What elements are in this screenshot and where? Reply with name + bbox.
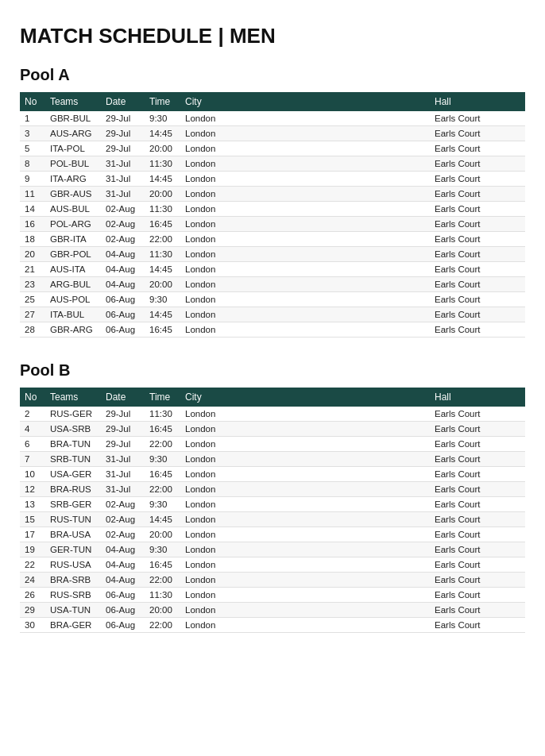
- cell-city: London: [180, 542, 307, 557]
- cell-city: London: [180, 156, 307, 172]
- cell-hall: Earls Court: [430, 307, 525, 322]
- cell-no: 22: [20, 557, 45, 573]
- cell-hall: Earls Court: [430, 618, 525, 633]
- cell-date: 06-Aug: [101, 322, 145, 338]
- cell-city: London: [180, 618, 307, 633]
- cell-city: London: [180, 172, 307, 187]
- header-hall: Hall: [430, 92, 525, 111]
- cell-city: London: [180, 187, 307, 202]
- cell-no: 8: [20, 156, 45, 172]
- cell-time: 22:00: [145, 573, 180, 588]
- cell-time: 11:30: [145, 247, 180, 262]
- cell-no: 1: [20, 111, 45, 126]
- cell-spacer: [307, 527, 430, 542]
- cell-city: London: [180, 126, 307, 141]
- cell-city: London: [180, 247, 307, 262]
- cell-teams: POL-BUL: [45, 156, 101, 172]
- cell-no: 19: [20, 542, 45, 557]
- cell-hall: Earls Court: [430, 247, 525, 262]
- cell-teams: ARG-BUL: [45, 277, 101, 292]
- cell-time: 22:00: [145, 618, 180, 633]
- cell-spacer: [307, 307, 430, 322]
- cell-city: London: [180, 437, 307, 452]
- cell-no: 9: [20, 172, 45, 187]
- table-row: 10USA-GER31-Jul16:45LondonEarls Court: [20, 467, 525, 482]
- table-row: 29USA-TUN06-Aug20:00LondonEarls Court: [20, 603, 525, 618]
- cell-date: 06-Aug: [101, 603, 145, 618]
- cell-city: London: [180, 111, 307, 126]
- header-date: Date: [101, 92, 145, 111]
- cell-spacer: [307, 452, 430, 467]
- cell-date: 04-Aug: [101, 262, 145, 277]
- cell-teams: GBR-BUL: [45, 111, 101, 126]
- cell-city: London: [180, 262, 307, 277]
- cell-hall: Earls Court: [430, 527, 525, 542]
- cell-city: London: [180, 217, 307, 232]
- cell-teams: BRA-SRB: [45, 573, 101, 588]
- cell-no: 13: [20, 497, 45, 512]
- header-teams: Teams: [45, 388, 101, 407]
- cell-city: London: [180, 482, 307, 497]
- cell-city: London: [180, 292, 307, 307]
- cell-time: 20:00: [145, 141, 180, 156]
- cell-teams: GBR-AUS: [45, 187, 101, 202]
- cell-teams: BRA-TUN: [45, 437, 101, 452]
- cell-time: 22:00: [145, 482, 180, 497]
- cell-hall: Earls Court: [430, 141, 525, 156]
- cell-teams: AUS-BUL: [45, 202, 101, 217]
- cell-spacer: [307, 126, 430, 141]
- header-no: No: [20, 92, 45, 111]
- cell-date: 29-Jul: [101, 407, 145, 422]
- header-spacer: [307, 92, 430, 111]
- cell-city: London: [180, 467, 307, 482]
- cell-time: 9:30: [145, 542, 180, 557]
- cell-date: 04-Aug: [101, 573, 145, 588]
- table-row: 14AUS-BUL02-Aug11:30LondonEarls Court: [20, 202, 525, 217]
- cell-date: 31-Jul: [101, 172, 145, 187]
- cell-teams: RUS-USA: [45, 557, 101, 573]
- cell-hall: Earls Court: [430, 452, 525, 467]
- cell-city: London: [180, 603, 307, 618]
- cell-hall: Earls Court: [430, 422, 525, 437]
- cell-hall: Earls Court: [430, 156, 525, 172]
- table-row: 11GBR-AUS31-Jul20:00LondonEarls Court: [20, 187, 525, 202]
- cell-city: London: [180, 452, 307, 467]
- pool-b-header-row: No Teams Date Time City Hall: [20, 388, 525, 407]
- pool-b-title: Pool B: [20, 361, 525, 380]
- cell-spacer: [307, 141, 430, 156]
- pool-a-table: No Teams Date Time City Hall 1GBR-BUL29-…: [20, 92, 525, 338]
- cell-city: London: [180, 322, 307, 338]
- cell-date: 04-Aug: [101, 557, 145, 573]
- cell-time: 11:30: [145, 407, 180, 422]
- cell-spacer: [307, 467, 430, 482]
- table-row: 25AUS-POL06-Aug9:30LondonEarls Court: [20, 292, 525, 307]
- cell-date: 02-Aug: [101, 512, 145, 527]
- cell-hall: Earls Court: [430, 542, 525, 557]
- cell-teams: GBR-POL: [45, 247, 101, 262]
- table-row: 9ITA-ARG31-Jul14:45LondonEarls Court: [20, 172, 525, 187]
- table-row: 18GBR-ITA02-Aug22:00LondonEarls Court: [20, 232, 525, 247]
- table-row: 5ITA-POL29-Jul20:00LondonEarls Court: [20, 141, 525, 156]
- cell-spacer: [307, 482, 430, 497]
- cell-no: 25: [20, 292, 45, 307]
- table-row: 8POL-BUL31-Jul11:30LondonEarls Court: [20, 156, 525, 172]
- table-row: 24BRA-SRB04-Aug22:00LondonEarls Court: [20, 573, 525, 588]
- table-row: 23ARG-BUL04-Aug20:00LondonEarls Court: [20, 277, 525, 292]
- cell-no: 28: [20, 322, 45, 338]
- cell-city: London: [180, 557, 307, 573]
- table-row: 6BRA-TUN29-Jul22:00LondonEarls Court: [20, 437, 525, 452]
- cell-teams: RUS-GER: [45, 407, 101, 422]
- cell-no: 17: [20, 527, 45, 542]
- cell-date: 02-Aug: [101, 497, 145, 512]
- cell-hall: Earls Court: [430, 482, 525, 497]
- page-title: MATCH SCHEDULE | MEN: [20, 24, 525, 48]
- cell-date: 06-Aug: [101, 588, 145, 603]
- cell-city: London: [180, 422, 307, 437]
- cell-date: 06-Aug: [101, 307, 145, 322]
- cell-time: 22:00: [145, 232, 180, 247]
- cell-date: 04-Aug: [101, 542, 145, 557]
- cell-hall: Earls Court: [430, 172, 525, 187]
- header-city: City: [180, 388, 307, 407]
- cell-city: London: [180, 573, 307, 588]
- cell-city: London: [180, 141, 307, 156]
